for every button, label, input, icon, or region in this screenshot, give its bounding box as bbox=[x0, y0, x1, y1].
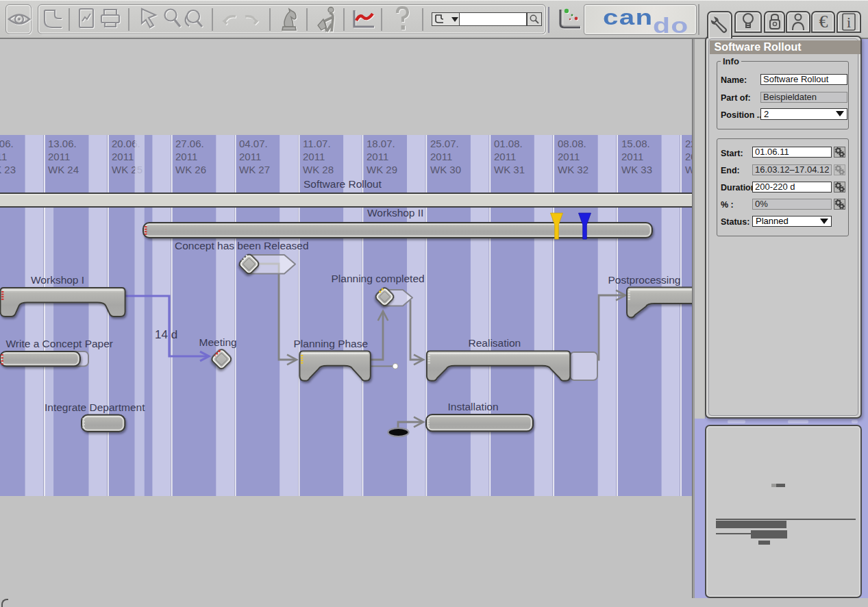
svg-text:€: € bbox=[819, 12, 828, 32]
svg-text:i: i bbox=[847, 14, 851, 31]
